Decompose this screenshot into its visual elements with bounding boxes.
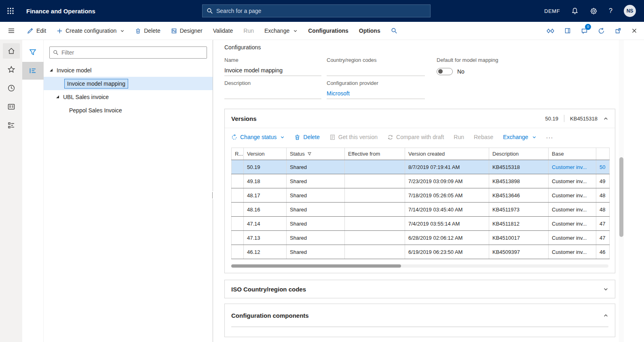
- settings-gear-icon[interactable]: [590, 7, 598, 15]
- exchange-menu-button[interactable]: Exchange: [264, 27, 298, 34]
- user-avatar[interactable]: NS: [624, 5, 636, 17]
- create-configuration-label: Create configuration: [65, 27, 116, 34]
- tree-pane-toggle[interactable]: [22, 62, 44, 80]
- horizontal-scrollbar-thumb[interactable]: [231, 264, 401, 268]
- app-launcher-button[interactable]: [0, 0, 21, 22]
- col-description[interactable]: Description: [489, 148, 549, 160]
- get-this-version-label: Get this version: [338, 134, 378, 140]
- action-search-button[interactable]: [391, 27, 397, 34]
- cell-row-selector[interactable]: [232, 231, 244, 245]
- table-row[interactable]: 50.19 Shared 8/7/2019 07:19:41 AM KB4515…: [232, 160, 610, 174]
- col-status[interactable]: Status: [287, 148, 345, 160]
- cell-base-version[interactable]: 50: [596, 160, 610, 174]
- validate-label: Validate: [213, 27, 233, 34]
- tree-expanded-icon[interactable]: [56, 95, 59, 98]
- tree-item-invoice-model[interactable]: Invoice model: [44, 63, 213, 77]
- clock-icon: [7, 84, 15, 92]
- cell-base-link[interactable]: Customer inv...: [549, 203, 596, 217]
- close-icon[interactable]: [631, 28, 637, 34]
- default-for-model-mapping-toggle[interactable]: [437, 68, 453, 75]
- cell-base-link[interactable]: Customer inv...: [549, 217, 596, 231]
- get-this-version-button: Get this version: [329, 134, 378, 140]
- tree-filter-field[interactable]: [49, 46, 207, 59]
- cell-effective-from: [345, 203, 405, 217]
- nav-modules-button[interactable]: [3, 118, 20, 133]
- side-pane-icon[interactable]: [564, 27, 571, 34]
- cell-version-created: 6/19/2019 06:23:50 AM: [405, 245, 489, 259]
- tab-configurations[interactable]: Configurations: [308, 27, 348, 34]
- tree-expanded-icon[interactable]: [50, 69, 53, 72]
- cell-base-link[interactable]: Customer inv...: [549, 160, 596, 174]
- description-field[interactable]: [224, 88, 321, 99]
- iso-country-region-codes-section[interactable]: ISO Country/region codes: [224, 280, 615, 298]
- cell-base-link[interactable]: Customer inv...: [549, 174, 596, 188]
- name-field[interactable]: Invoice model mapping: [224, 65, 321, 76]
- cell-row-selector[interactable]: [232, 174, 244, 188]
- cell-version-created: 7/23/2019 03:09:09 AM: [405, 174, 489, 188]
- col-effective-from[interactable]: Effective from: [345, 148, 405, 160]
- table-row[interactable]: 49.18 Shared 7/23/2019 03:09:09 AM KB451…: [232, 174, 610, 188]
- delete-button[interactable]: Delete: [135, 27, 160, 34]
- table-row[interactable]: 47.14 Shared 7/4/2019 03:55:14 AM KB4511…: [232, 217, 610, 231]
- country-region-codes-field[interactable]: [327, 65, 425, 76]
- nav-workspaces-button[interactable]: [3, 99, 20, 114]
- more-commands-button[interactable]: ···: [546, 134, 553, 141]
- advisor-icon[interactable]: [547, 28, 554, 34]
- cell-row-selector[interactable]: [232, 203, 244, 217]
- cell-description: KB4511812: [489, 217, 549, 231]
- refresh-icon[interactable]: [598, 27, 605, 34]
- col-base[interactable]: Base: [549, 148, 596, 160]
- expand-section-button[interactable]: [603, 287, 608, 292]
- col-version-created[interactable]: Version created: [405, 148, 489, 160]
- tree-item-invoice-model-mapping[interactable]: Invoice model mapping: [44, 77, 213, 90]
- cell-base-link[interactable]: Customer inv...: [549, 188, 596, 203]
- tree-item-ubl-sales-invoice[interactable]: UBL Sales invoice: [44, 90, 213, 103]
- open-in-new-window-icon[interactable]: [615, 27, 621, 34]
- delete-version-button[interactable]: Delete: [294, 134, 319, 140]
- nav-home-button[interactable]: [3, 43, 20, 59]
- filter-pane-button[interactable]: [29, 44, 37, 60]
- tab-options[interactable]: Options: [359, 27, 380, 34]
- nav-favorites-button[interactable]: [3, 62, 20, 77]
- company-picker[interactable]: DEMF: [544, 8, 560, 14]
- hamburger-menu-button[interactable]: [0, 27, 22, 34]
- global-search-input[interactable]: [216, 8, 426, 14]
- create-configuration-button[interactable]: Create configuration: [57, 27, 125, 34]
- designer-button[interactable]: Designer: [171, 27, 203, 34]
- validate-button[interactable]: Validate: [213, 27, 233, 34]
- exchange-version-button[interactable]: Exchange: [503, 134, 536, 140]
- col-base-version[interactable]: [596, 148, 610, 160]
- cell-row-selector[interactable]: [232, 245, 244, 259]
- change-status-button[interactable]: Change status: [231, 134, 285, 140]
- help-icon[interactable]: ?: [609, 7, 612, 15]
- cell-base-link[interactable]: Customer inv...: [549, 231, 596, 245]
- cell-version: 50.19: [244, 160, 287, 174]
- nav-recent-button[interactable]: [3, 80, 20, 96]
- tree-item-label: Invoice model mapping: [64, 79, 128, 89]
- table-row[interactable]: 46.12 Shared 6/19/2019 06:23:50 AM KB450…: [232, 245, 610, 259]
- global-search[interactable]: [202, 4, 431, 17]
- tree-filter-input[interactable]: [61, 49, 203, 56]
- table-row[interactable]: 47.13 Shared 6/28/2019 02:06:12 AM KB451…: [232, 231, 610, 245]
- table-row[interactable]: 48.17 Shared 7/18/2019 05:26:05 AM KB451…: [232, 188, 610, 203]
- search-icon: [53, 50, 59, 55]
- column-filter-funnel-icon[interactable]: [307, 152, 312, 156]
- cell-row-selector[interactable]: [232, 217, 244, 231]
- tree-item-peppol-sales-invoice[interactable]: Peppol Sales Invoice: [44, 103, 213, 117]
- messages-icon[interactable]: 0: [581, 27, 588, 34]
- col-row-selector[interactable]: R...: [232, 148, 244, 160]
- configuration-provider-link[interactable]: Microsoft: [327, 90, 350, 97]
- run-label: Run: [243, 27, 254, 34]
- notifications-bell-icon[interactable]: [571, 7, 579, 15]
- cell-base-link[interactable]: Customer inv...: [549, 245, 596, 259]
- cell-row-selector[interactable]: [232, 160, 244, 174]
- cell-status: Shared: [287, 231, 345, 245]
- table-row[interactable]: 48.16 Shared 7/14/2019 03:45:40 AM KB451…: [232, 203, 610, 217]
- vertical-scrollbar-thumb[interactable]: [619, 157, 623, 237]
- col-version[interactable]: Version: [244, 148, 287, 160]
- edit-button[interactable]: Edit: [27, 27, 46, 34]
- rebase-button: Rebase: [474, 134, 493, 140]
- collapse-section-button[interactable]: [603, 313, 608, 318]
- collapse-section-button[interactable]: [603, 116, 608, 121]
- cell-row-selector[interactable]: [232, 188, 244, 203]
